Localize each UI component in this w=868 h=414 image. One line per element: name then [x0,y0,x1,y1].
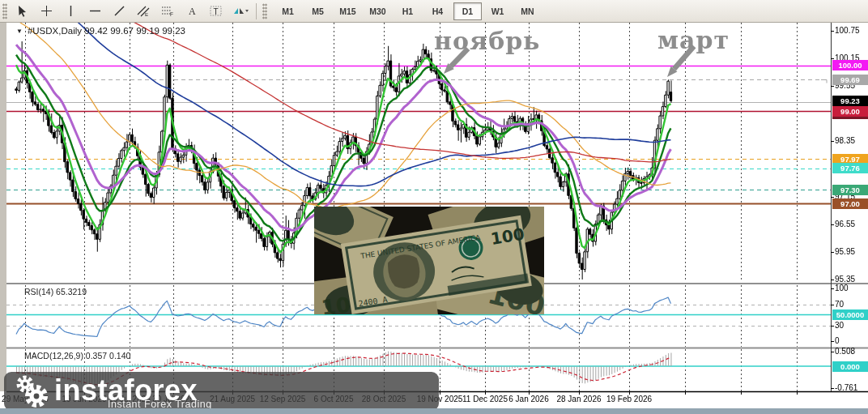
text-label-tool-icon: T [210,5,223,17]
timeframe-h1-button[interactable]: H1 [394,2,422,20]
price-tick: 100.75 [835,26,860,35]
price-badge-99.69: 99.69 [832,75,868,85]
toolbar-drag-handle[interactable] [2,3,7,19]
svg-text:E: E [145,12,148,17]
svg-text:F: F [170,11,173,17]
date-label: 28 Jan 2026 [556,395,601,403]
equidistant-channel-tool-icon: E [137,5,150,17]
svg-text:A: A [189,6,196,17]
trendline-tool-icon [113,5,126,17]
mt4-window: EFAT M1M5M15M30H1H4D1W1MN ▼ #USDX,Daily … [0,0,868,414]
timeframe-m30-button[interactable]: M30 [364,2,392,20]
rsi-tick: 70 [835,300,844,309]
timeframe-drag-handle[interactable] [262,3,267,19]
equidistant-channel-tool-button[interactable]: E [131,2,155,21]
toolbar-separator [256,3,257,19]
macd-tick: 0.508 [835,347,855,356]
price-badge-97.00: 97.00 [832,198,868,209]
timeframe-m1-button[interactable]: M1 [274,2,302,20]
text-tool-icon: A [186,5,198,17]
annotation-november: ноябрь [434,27,540,55]
timeframe-m15-button[interactable]: M15 [334,2,362,20]
shapes-tool-button[interactable] [228,2,253,21]
macd-zero-badge: 0.000 [832,361,868,372]
rsi-mid-badge: 50.0000 [832,309,868,320]
price-badge-97.76: 97.76 [832,163,868,173]
cursor-tool-icon [16,5,28,17]
date-label: 19 Feb 2026 [606,395,652,403]
price-badge-97.30: 97.30 [832,185,868,195]
timeframe-h4-button[interactable]: H4 [423,2,452,20]
price-badge-99.00: 99.00 [832,106,868,117]
price-tick: 95.35 [835,275,855,284]
text-tool-button[interactable]: A [180,2,204,21]
fibonacci-tool-icon: F [161,5,174,17]
rsi-tick: 100 [835,284,849,292]
instaforex-watermark: instaforex Instant Forex Trading [4,372,439,411]
horizontal-line-tool-button[interactable] [83,2,107,21]
timeframe-d1-button[interactable]: D1 [453,2,482,20]
timeframe-m5-button[interactable]: M5 [304,2,332,20]
price-tick: 98.35 [835,136,855,145]
shapes-tool-icon [232,5,249,17]
timeframe-w1-button[interactable]: W1 [483,2,512,20]
drawing-tools-group: EFAT [10,2,253,21]
price-badge-99.23: 99.23 [832,96,868,106]
collapse-triangle-icon[interactable]: ▼ [16,28,23,35]
macd-tick: -0.761 [835,383,857,392]
date-label: 11 Dec 2025 [462,395,508,403]
cursor-tool-button[interactable] [10,2,34,21]
rsi-tick: 30 [835,321,844,330]
fibonacci-tool-button[interactable]: F [155,2,180,21]
price-tick: 96.55 [835,220,855,228]
text-label-tool-button[interactable]: T [204,2,228,21]
gear-logo-icon [14,374,51,408]
rsi-label: RSI(14) 65.3219 [24,287,87,297]
dollar-bills-photo: 100 100 100 THE UNITED STATES OF AMERICA… [314,207,544,314]
vertical-line-tool-button[interactable] [58,2,83,21]
price-badge-100.00: 100.00 [832,60,868,70]
trendline-tool-button[interactable] [107,2,131,21]
symbol-ohlc-text: #USDX,Daily 99.42 99.67 99.19 99.23 [28,26,185,36]
horizontal-line-tool-icon [89,5,101,17]
symbol-title: ▼ #USDX,Daily 99.42 99.67 99.19 99.23 [16,26,185,36]
price-tick: 95.95 [835,247,855,256]
timeframe-group: M1M5M15M30H1H4D1W1MN [273,2,542,20]
macd-label: MACD(12,26,9) 0.357 0.140 [24,351,130,361]
annotation-march: март [657,26,730,54]
toolbar: EFAT M1M5M15M30H1H4D1W1MN [0,0,868,23]
crosshair-tool-button[interactable] [34,2,58,21]
bottom-window-strip [0,408,868,414]
svg-text:T: T [214,7,219,16]
crosshair-tool-icon [40,5,53,17]
timeframe-mn-button[interactable]: MN [513,2,542,20]
rsi-tick: 0 [835,336,840,345]
date-label: 6 Jan 2026 [508,395,549,403]
vertical-line-tool-icon [65,5,77,17]
